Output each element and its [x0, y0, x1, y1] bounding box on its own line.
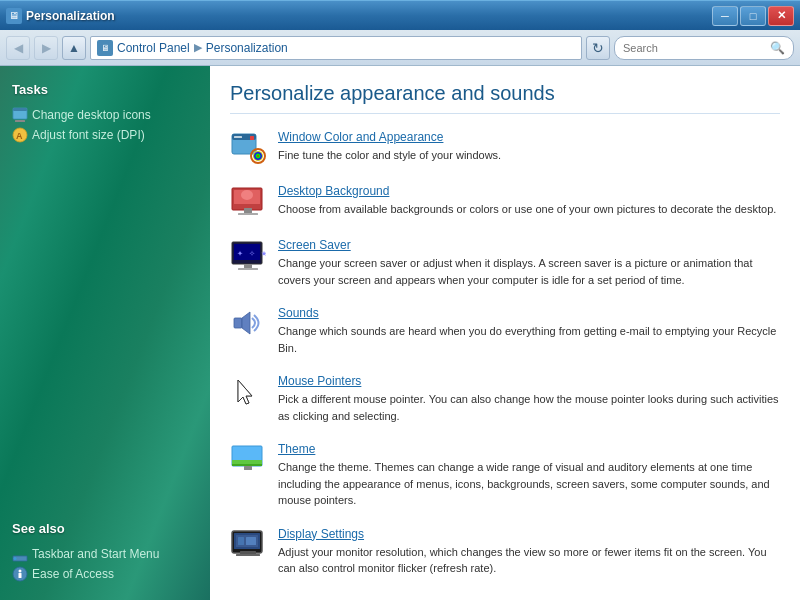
- sidebar-item-change-desktop-icons[interactable]: Change desktop icons: [12, 105, 198, 125]
- svg-point-6: [14, 557, 17, 560]
- svg-point-8: [19, 570, 22, 573]
- sidebar-tasks-section: Tasks Change desktop icons A Adjust font…: [12, 82, 198, 145]
- screen-saver-icon: ✦ ✧ ★: [230, 238, 266, 274]
- svg-text:✦ ✧ ★: ✦ ✧ ★: [237, 247, 266, 258]
- breadcrumb-control-panel[interactable]: Control Panel: [117, 41, 190, 55]
- svg-rect-30: [238, 268, 258, 270]
- svg-rect-29: [244, 264, 252, 268]
- svg-rect-37: [232, 464, 262, 466]
- svg-rect-12: [234, 136, 242, 138]
- mouse-pointers-icon: [230, 374, 266, 410]
- window-color-desc: Fine tune the color and style of your wi…: [278, 149, 501, 161]
- mouse-pointers-content: Mouse Pointers Pick a different mouse po…: [278, 374, 780, 424]
- up-button[interactable]: ▲: [62, 36, 86, 60]
- display-settings-content: Display Settings Adjust your monitor res…: [278, 527, 780, 577]
- page-title: Personalize appearance and sounds: [230, 82, 780, 114]
- sidebar-item-adjust-font-size[interactable]: A Adjust font size (DPI): [12, 125, 198, 145]
- taskbar-icon: [12, 546, 28, 562]
- sidebar-tasks-title: Tasks: [12, 82, 198, 97]
- sidebar: Tasks Change desktop icons A Adjust font…: [0, 66, 210, 600]
- title-bar-left: 🖥 Personalization: [6, 8, 115, 24]
- svg-point-20: [253, 151, 263, 161]
- settings-item-screen-saver: ✦ ✧ ★ Screen Saver Change your screen sa…: [230, 238, 780, 288]
- sidebar-item-taskbar-start-menu[interactable]: Taskbar and Start Menu: [12, 544, 198, 564]
- desktop-background-icon: [230, 184, 266, 220]
- adjust-font-icon: A: [12, 127, 28, 143]
- desktop-background-link[interactable]: Desktop Background: [278, 184, 776, 198]
- address-icon: 🖥: [97, 40, 113, 56]
- title-buttons: ─ □ ✕: [712, 6, 794, 26]
- main-window: Tasks Change desktop icons A Adjust font…: [0, 66, 800, 600]
- refresh-button[interactable]: ↻: [586, 36, 610, 60]
- svg-text:A: A: [16, 131, 23, 141]
- svg-rect-9: [19, 573, 22, 578]
- svg-rect-2: [15, 120, 25, 122]
- minimize-button[interactable]: ─: [712, 6, 738, 26]
- search-box[interactable]: 🔍: [614, 36, 794, 60]
- settings-item-mouse-pointers: Mouse Pointers Pick a different mouse po…: [230, 374, 780, 424]
- desktop-background-desc: Choose from available backgrounds or col…: [278, 203, 776, 215]
- mouse-pointers-link[interactable]: Mouse Pointers: [278, 374, 780, 388]
- screen-saver-content: Screen Saver Change your screen saver or…: [278, 238, 780, 288]
- maximize-button[interactable]: □: [740, 6, 766, 26]
- back-button[interactable]: ◀: [6, 36, 30, 60]
- window-color-content: Window Color and Appearance Fine tune th…: [278, 130, 501, 164]
- svg-rect-31: [234, 318, 242, 328]
- sidebar-ease-access-label: Ease of Access: [32, 567, 114, 581]
- search-input[interactable]: [623, 42, 766, 54]
- address-bar: ◀ ▶ ▲ 🖥 Control Panel ▶ Personalization …: [0, 30, 800, 66]
- title-bar: 🖥 Personalization ─ □ ✕: [0, 0, 800, 30]
- window-color-icon: [230, 130, 266, 166]
- sounds-icon: [230, 306, 266, 342]
- svg-rect-13: [250, 136, 254, 140]
- svg-rect-1: [13, 108, 27, 111]
- sounds-content: Sounds Change which sounds are heard whe…: [278, 306, 780, 356]
- theme-desc: Change the theme. Themes can change a wi…: [278, 461, 770, 506]
- ease-access-icon: [12, 566, 28, 582]
- desktop-icons-icon: [12, 107, 28, 123]
- settings-item-desktop-background: Desktop Background Choose from available…: [230, 184, 780, 220]
- forward-button[interactable]: ▶: [34, 36, 58, 60]
- sidebar-adjust-font-label: Adjust font size (DPI): [32, 128, 145, 142]
- svg-point-23: [241, 190, 253, 200]
- svg-marker-34: [238, 380, 252, 404]
- settings-item-window-color: Window Color and Appearance Fine tune th…: [230, 130, 780, 166]
- close-button[interactable]: ✕: [768, 6, 794, 26]
- sidebar-item-ease-of-access[interactable]: Ease of Access: [12, 564, 198, 584]
- theme-icon: [230, 442, 266, 478]
- svg-rect-45: [246, 537, 256, 545]
- sidebar-see-also-section: See also Taskbar and Start Menu Ease of …: [12, 521, 198, 584]
- sidebar-see-also-title: See also: [12, 521, 198, 536]
- display-settings-link[interactable]: Display Settings: [278, 527, 780, 541]
- search-icon[interactable]: 🔍: [770, 41, 785, 55]
- sidebar-taskbar-label: Taskbar and Start Menu: [32, 547, 159, 561]
- theme-link[interactable]: Theme: [278, 442, 780, 456]
- mouse-pointers-desc: Pick a different mouse pointer. You can …: [278, 393, 779, 422]
- settings-item-display-settings: Display Settings Adjust your monitor res…: [230, 527, 780, 577]
- breadcrumb-separator: ▶: [194, 41, 202, 54]
- display-settings-desc: Adjust your monitor resolution, which ch…: [278, 546, 767, 575]
- svg-marker-32: [242, 312, 250, 334]
- theme-content: Theme Change the theme. Themes can chang…: [278, 442, 780, 509]
- window-title: Personalization: [26, 9, 115, 23]
- svg-rect-44: [238, 537, 244, 545]
- sounds-desc: Change which sounds are heard when you d…: [278, 325, 776, 354]
- svg-rect-38: [244, 466, 252, 470]
- svg-rect-41: [240, 551, 256, 554]
- sidebar-change-desktop-icons-label: Change desktop icons: [32, 108, 151, 122]
- address-field[interactable]: 🖥 Control Panel ▶ Personalization: [90, 36, 582, 60]
- display-settings-icon: [230, 527, 266, 563]
- sounds-link[interactable]: Sounds: [278, 306, 780, 320]
- window-color-link[interactable]: Window Color and Appearance: [278, 130, 501, 144]
- screen-saver-desc: Change your screen saver or adjust when …: [278, 257, 752, 286]
- settings-item-theme: Theme Change the theme. Themes can chang…: [230, 442, 780, 509]
- svg-rect-25: [238, 213, 258, 215]
- desktop-background-content: Desktop Background Choose from available…: [278, 184, 776, 218]
- svg-rect-24: [244, 208, 252, 213]
- settings-item-sounds: Sounds Change which sounds are heard whe…: [230, 306, 780, 356]
- breadcrumb-current: Personalization: [206, 41, 288, 55]
- window-icon: 🖥: [6, 8, 22, 24]
- screen-saver-link[interactable]: Screen Saver: [278, 238, 780, 252]
- svg-rect-42: [236, 554, 260, 556]
- content-area: Personalize appearance and sounds: [210, 66, 800, 600]
